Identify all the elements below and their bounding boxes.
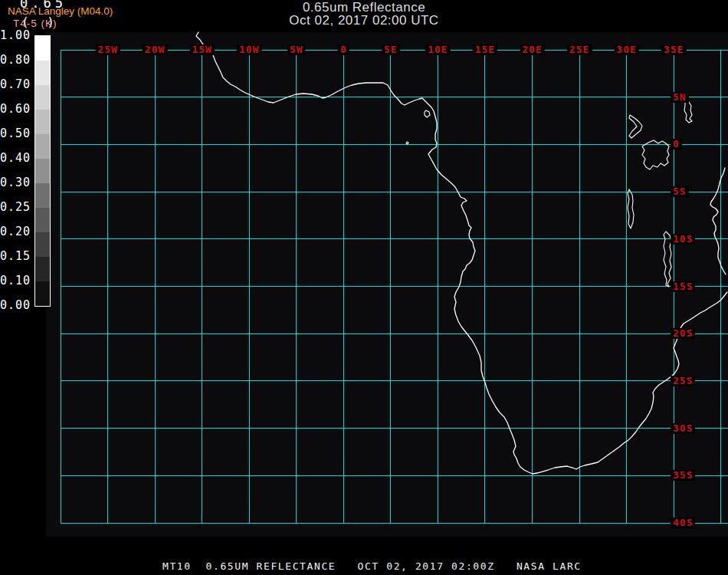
colorbar-segment [35,36,50,61]
reflectance-colorbar [34,35,51,307]
longitude-label-35E: 35E [661,44,686,55]
channel-id-label: T4-5 (K) [13,18,57,29]
sao-tome-island [406,142,408,144]
colorbar-segment [35,208,50,232]
latitude-label-40S: 40S [671,518,695,528]
colorbar-tick-label: 0.15 [0,250,31,262]
longitude-label-10E: 10E [425,44,450,55]
east-africa-coastline [710,168,726,274]
colorbar-segment [35,232,50,257]
footer-status-text: MT10 0.65UM REFLECTANCE OCT 02, 2017 02:… [162,560,582,572]
bioko-island [425,110,430,117]
colorbar-segment [35,159,50,183]
lake-albert [629,115,642,138]
longitude-label-25W: 25W [95,44,120,55]
longitude-label-20W: 20W [143,44,167,55]
latitude-label-30S: 30S [671,423,695,434]
longitude-label-0: 0 [338,44,349,55]
colorbar-tick-label: 0.10 [0,274,31,287]
longitude-label-20E: 20E [520,44,544,55]
colorbar-segment [35,257,50,281]
colorbar-segment [35,183,50,208]
colorbar-segment [35,61,50,85]
latitude-label-15S: 15S [671,281,695,292]
longitude-label-5W: 5W [287,44,306,55]
longitude-label-30E: 30E [614,44,638,55]
latitude-label-20S: 20S [671,328,695,339]
latitude-label-25S: 25S [671,376,695,386]
colorbar-tick-label: 0.20 [0,225,31,238]
colorbar-tick-label: 0.00 [0,299,31,311]
longitude-label-5E: 5E [382,44,400,55]
latitude-label-5N: 5N [671,92,689,103]
lake-tanganyika [628,189,634,228]
longitude-label-15E: 15E [473,44,497,55]
lake-turkana [684,100,692,123]
longitude-label-10W: 10W [237,44,261,55]
colorbar-tick-label: 1.00 [0,29,31,41]
colorbar-tick-label: 0.30 [0,176,31,189]
colorbar-segment [35,134,50,159]
latitude-label-10S: 10S [671,234,695,245]
africa-west-south-coastline [196,32,727,474]
colorbar-segment [35,85,50,110]
colorbar-tick-label: 0.50 [0,127,31,140]
map-canvas [0,0,728,575]
colorbar-segment [35,110,50,134]
latitude-label-0: 0 [671,139,682,150]
colorbar-segment [35,281,50,306]
colorbar-tick-label: 0.60 [0,103,31,115]
latitude-label-35S: 35S [671,470,695,481]
colorbar-tick-label: 0.80 [0,54,31,66]
longitude-label-15W: 15W [189,44,214,55]
longitude-label-25E: 25E [567,44,592,55]
colorbar-tick-label: 0.25 [0,201,31,213]
latitude-label-5S: 5S [671,186,689,197]
colorbar-tick-label: 0.40 [0,152,31,164]
colorbar-tick-label: 0.70 [0,78,31,90]
satellite-image-viewer: 0.65um Reflectance Oct 02, 2017 02:00 UT… [0,0,728,575]
